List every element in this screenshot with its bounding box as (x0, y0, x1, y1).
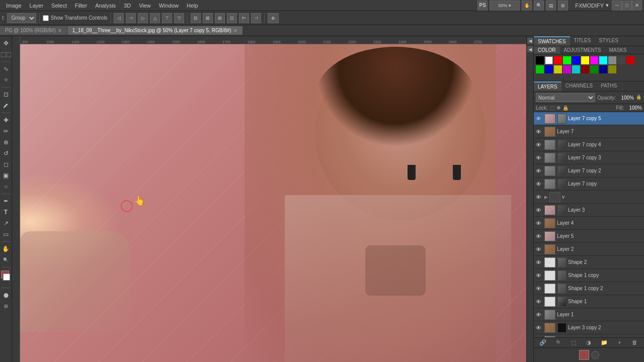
bottom-circle-btn[interactable] (591, 351, 599, 359)
window-minimize-btn[interactable]: ─ (612, 1, 622, 11)
layer-eye-l12[interactable]: 👁 (536, 259, 543, 265)
layer-item-l17[interactable]: 👁 Layer 3 copy 2 (534, 321, 644, 334)
layer-btn-new[interactable]: + (614, 339, 624, 346)
tool-screen-mode[interactable]: ⊞ (1, 301, 11, 311)
tab-styles[interactable]: STYLES (595, 36, 622, 46)
swatch-white[interactable] (545, 56, 553, 64)
layer-item-l16[interactable]: 👁 Layer 1 (534, 308, 644, 321)
distribute-center-h-icon[interactable]: ⊠ (203, 13, 213, 23)
layer-eye-l2[interactable]: 👁 (536, 129, 543, 135)
subtab-masks[interactable]: MASKS (605, 46, 630, 54)
layer-eye-l9[interactable]: 👁 (536, 220, 543, 226)
layer-item-l12[interactable]: 👁 Shape 2 (534, 256, 644, 269)
tool-lasso[interactable]: ∿ (1, 64, 11, 74)
swatch-red[interactable] (554, 56, 562, 64)
collapse-top-btn[interactable]: ◀ (527, 38, 533, 44)
tool-shape[interactable]: ▭ (1, 229, 11, 239)
swatch-blue[interactable] (572, 56, 580, 64)
tab-paths[interactable]: PATHS (597, 81, 621, 91)
canvas-image-area[interactable]: 👆 (20, 44, 526, 362)
swatch-magenta[interactable] (590, 56, 598, 64)
distribute-right-icon[interactable]: ⊞ (215, 13, 225, 23)
auto-align-icon[interactable]: ⊕ (268, 13, 279, 23)
layer-btn-mask[interactable]: ⬚ (569, 339, 579, 346)
swatch-yellow[interactable] (581, 56, 589, 64)
tool-dodge[interactable]: ○ (1, 182, 11, 192)
swatch-black[interactable] (536, 56, 544, 64)
subtab-adjustments[interactable]: ADJUSTMENTS (560, 46, 605, 54)
swatch-gray[interactable] (608, 56, 616, 64)
tab-swatches[interactable]: SWATCHES (534, 36, 570, 46)
swatch-maroon[interactable] (581, 65, 589, 73)
layer-eye-l13[interactable]: 👁 (536, 273, 543, 279)
toolbar-levels-icon[interactable]: ▤ (546, 1, 556, 11)
show-transform-checkbox[interactable] (43, 15, 49, 21)
layer-btn-delete[interactable]: 🗑 (630, 339, 640, 346)
layer-item-l10[interactable]: 👁 Layer 5 (534, 230, 644, 243)
layer-eye-l16[interactable]: 👁 (536, 312, 543, 318)
tool-gradient[interactable]: ▣ (1, 170, 11, 180)
layer-item-l8[interactable]: 👁 Layer 3 (534, 204, 644, 217)
layer-item-l2[interactable]: 👁 Layer 7 (534, 125, 644, 138)
layer-item-l14[interactable]: 👁 Shape 1 copy 2 (534, 282, 644, 295)
opacity-lock-icon[interactable]: 🔒 (636, 95, 642, 101)
menu-layer[interactable]: Layer (26, 2, 48, 10)
distribute-h-icon[interactable]: ⊟ (191, 13, 201, 23)
layer-btn-link[interactable]: 🔗 (538, 339, 548, 346)
distribute-bottom-icon[interactable]: ⊣ (251, 13, 261, 23)
layer-arrow-l7[interactable]: ▶ (544, 195, 548, 200)
lock-move-icon[interactable]: ✥ (556, 105, 560, 111)
toolbar-layout-icon[interactable]: ⊞ (558, 1, 568, 11)
tool-move[interactable] (1, 38, 11, 48)
window-maximize-btn[interactable]: □ (622, 1, 632, 11)
layer-item-l7[interactable]: 👁 ▶ v (534, 191, 644, 204)
tab-1[interactable]: PG @ 100% (RGB/8#) ✕ (0, 26, 67, 35)
menu-view[interactable]: View (135, 2, 155, 10)
layer-eye-l10[interactable]: 👁 (536, 233, 543, 239)
tool-eraser[interactable]: ◻ (1, 159, 11, 169)
swatch-cyan[interactable] (599, 56, 607, 64)
layer-item-l3[interactable]: 👁 Layer 7 copy 4 (534, 138, 644, 151)
align-right-icon[interactable]: ▷ (138, 13, 148, 23)
distribute-top-icon[interactable]: ⊡ (227, 13, 237, 23)
align-bottom-icon[interactable]: ▽ (174, 13, 184, 23)
layer-eye-l4[interactable]: 👁 (536, 155, 543, 161)
swatch-dark-gray[interactable] (617, 56, 625, 64)
collapse-bottom-btn[interactable]: ◀ (527, 46, 533, 52)
tool-mask-mode[interactable]: ⬤ (1, 290, 11, 300)
layer-item-l5[interactable]: 👁 Layer 7 copy 2 (534, 164, 644, 177)
toolbar-hand-btn[interactable]: ✋ (522, 1, 532, 11)
swatch-green[interactable] (563, 56, 571, 64)
layer-eye-l3[interactable]: 👁 (536, 142, 543, 148)
tool-heal[interactable]: ✚ (1, 115, 11, 125)
swatch-dark-blue[interactable] (545, 65, 553, 73)
tab-titles[interactable]: TITLES (570, 36, 595, 46)
layer-eye-l1[interactable]: 👁 (536, 116, 543, 122)
layer-item-l11[interactable]: 👁 Layer 2 (534, 243, 644, 256)
menu-select[interactable]: Select (47, 2, 71, 10)
window-close-btn[interactable]: ✕ (632, 1, 642, 11)
layer-item-l9[interactable]: 👁 Layer 4 (534, 217, 644, 230)
lock-pixels-icon[interactable]: ⬚ (550, 105, 554, 111)
canvas-area[interactable]: 900 1000 1100 1200 1300 1400 1500 1600 1… (12, 36, 526, 362)
layer-btn-adj[interactable]: ◑ (584, 339, 594, 346)
toolbar-ps-icon[interactable]: PS (477, 1, 488, 11)
swatch-navy[interactable] (599, 65, 607, 73)
tool-magic[interactable]: ✧ (1, 75, 11, 85)
swatch-forest[interactable] (590, 65, 598, 73)
align-top-icon[interactable]: △ (150, 13, 160, 23)
swatch-purple[interactable] (563, 65, 571, 73)
tool-brush[interactable]: ✏ (1, 126, 11, 136)
layer-item-l4[interactable]: 👁 Layer 7 copy 3 (534, 151, 644, 164)
align-center-v-icon[interactable]: ⊤ (162, 13, 172, 23)
menu-analysis[interactable]: Analysis (91, 2, 120, 10)
layer-item-l13[interactable]: 👁 Shape 1 copy (534, 269, 644, 282)
subtab-color[interactable]: COLOR (534, 46, 560, 54)
swatch-teal[interactable] (572, 65, 580, 73)
swatch-dark-red[interactable] (626, 56, 634, 64)
layer-eye-l15[interactable]: 👁 (536, 299, 543, 305)
background-color[interactable] (3, 274, 10, 281)
tool-history[interactable]: ↺ (1, 148, 11, 158)
tool-select[interactable]: ⬚ (1, 49, 11, 59)
menu-image[interactable]: Image (2, 2, 26, 10)
